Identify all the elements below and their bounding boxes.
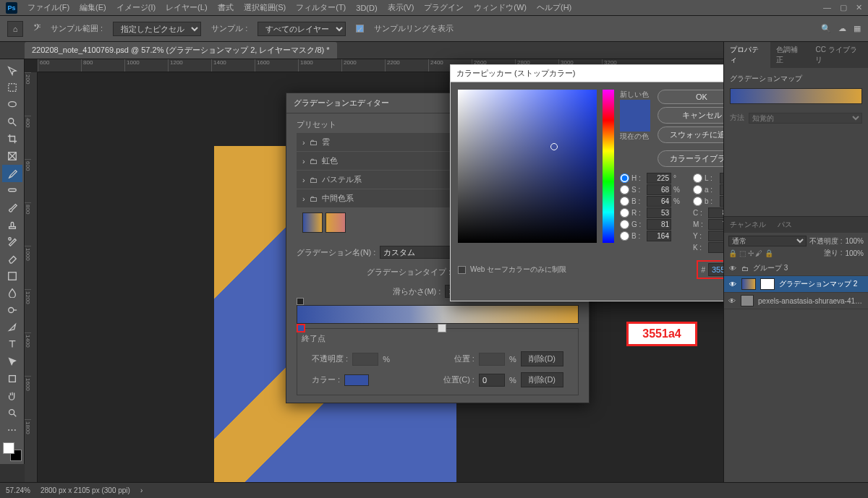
hue-slider[interactable] xyxy=(603,90,614,243)
gradient-bar[interactable] xyxy=(297,305,579,324)
s-radio[interactable] xyxy=(620,185,629,194)
l-radio[interactable] xyxy=(693,173,702,183)
move-tool[interactable] xyxy=(2,62,22,80)
tab-paths[interactable]: パス xyxy=(772,217,798,233)
layer-row[interactable]: 👁 pexels-anastasia-shuraeva-4100769 xyxy=(724,293,868,309)
lock-icons[interactable]: 🔒 ⬚ ✢ 🖌 🔒 xyxy=(728,249,773,257)
frame-tool[interactable] xyxy=(2,147,22,165)
cloud-icon[interactable]: ☁ xyxy=(838,24,846,33)
home-button[interactable]: ⌂ xyxy=(7,21,23,37)
gradient-map-preview[interactable] xyxy=(730,88,862,104)
opacity-stop[interactable] xyxy=(297,298,304,305)
delete-color-stop-button[interactable]: 削除(D) xyxy=(521,372,563,387)
crop-tool[interactable] xyxy=(2,131,22,148)
websafe-checkbox[interactable] xyxy=(458,266,466,274)
layer-row[interactable]: 👁 グラデーションマップ 2 xyxy=(724,276,868,293)
eyedropper-tool[interactable] xyxy=(2,165,22,182)
color-stop-selected[interactable] xyxy=(297,324,305,332)
marquee-tool[interactable] xyxy=(2,80,22,97)
menu-help[interactable]: ヘルプ(H) xyxy=(537,2,571,13)
chevron-right-icon[interactable]: › xyxy=(140,486,142,494)
menu-plugin[interactable]: プラグイン xyxy=(424,2,464,13)
brgb-radio[interactable] xyxy=(620,231,629,241)
tab-channels[interactable]: チャンネル xyxy=(724,217,772,233)
hand-tool[interactable] xyxy=(2,387,22,404)
layer-name[interactable]: pexels-anastasia-shuraeva-4100769 xyxy=(758,297,864,305)
current-color-swatch[interactable] xyxy=(620,116,650,132)
h-input[interactable] xyxy=(647,173,671,184)
close-icon[interactable]: ✕ xyxy=(856,3,862,12)
b-rgb-input[interactable] xyxy=(647,231,671,241)
history-brush-tool[interactable] xyxy=(2,233,22,251)
brush-tool[interactable] xyxy=(2,199,22,216)
color-stop[interactable] xyxy=(438,324,446,332)
preset-thumb[interactable] xyxy=(302,212,323,233)
s-input[interactable] xyxy=(647,184,671,195)
layer-name[interactable]: グラデーションマップ 2 xyxy=(779,279,857,289)
type-tool[interactable] xyxy=(2,336,22,353)
blab-radio[interactable] xyxy=(693,197,702,206)
fg-bg-swatches[interactable] xyxy=(3,442,22,461)
preset-thumb[interactable] xyxy=(326,212,346,233)
quick-select-tool[interactable] xyxy=(2,113,22,131)
dodge-tool[interactable] xyxy=(2,301,22,319)
pen-tool[interactable] xyxy=(2,319,22,336)
menu-view[interactable]: 表示(V) xyxy=(388,2,414,13)
search-icon[interactable]: 🔍 xyxy=(821,24,831,33)
visibility-icon[interactable]: 👁 xyxy=(728,280,737,288)
menu-window[interactable]: ウィンドウ(W) xyxy=(474,2,527,13)
menu-layer[interactable]: レイヤー(L) xyxy=(166,2,207,13)
minimize-icon[interactable]: — xyxy=(823,3,831,12)
path-select-tool[interactable] xyxy=(2,353,22,370)
visibility-icon[interactable]: 👁 xyxy=(728,297,736,305)
menu-image[interactable]: イメージ(I) xyxy=(116,2,156,13)
menu-edit[interactable]: 編集(E) xyxy=(80,2,106,13)
document-tab[interactable]: 220208_note_4100769.psd @ 57.2% (グラデーション… xyxy=(25,42,337,59)
r-radio[interactable] xyxy=(620,208,629,218)
mask-thumb[interactable] xyxy=(760,278,775,290)
g-input[interactable] xyxy=(647,219,671,230)
shape-tool[interactable] xyxy=(2,370,22,387)
gradient-strip[interactable] xyxy=(297,305,579,324)
eyedropper-icon[interactable]: 𝄢 xyxy=(33,22,41,35)
workspace-icon[interactable]: ▦ xyxy=(854,24,861,33)
sample-layers-select[interactable]: すべてのレイヤー xyxy=(258,22,346,36)
menu-file[interactable]: ファイル(F) xyxy=(27,2,69,13)
layer-row[interactable]: 👁 🗀 グループ 3 xyxy=(724,261,868,276)
b-radio[interactable] xyxy=(620,197,629,206)
menu-3d[interactable]: 3D(D) xyxy=(356,4,377,12)
saturation-field[interactable] xyxy=(458,90,597,243)
menu-filter[interactable]: フィルター(T) xyxy=(296,2,346,13)
show-ring-checkbox[interactable]: ✓ xyxy=(356,25,364,33)
zoom-level[interactable]: 57.24% xyxy=(6,486,30,494)
menu-type[interactable]: 書式 xyxy=(218,2,234,13)
tab-properties[interactable]: プロパティ xyxy=(724,42,770,68)
fg-color-swatch[interactable] xyxy=(3,442,14,454)
blend-mode-select[interactable]: 通常 xyxy=(728,236,807,246)
tab-adjustments[interactable]: 色調補正 xyxy=(770,42,809,68)
a-radio[interactable] xyxy=(693,185,702,194)
method-select[interactable]: 知覚的 xyxy=(749,113,862,124)
menu-select[interactable]: 選択範囲(S) xyxy=(244,2,286,13)
sample-scope-select[interactable]: 指定したピクセル xyxy=(113,22,201,36)
zoom-tool[interactable] xyxy=(2,404,22,421)
gradient-tool[interactable] xyxy=(2,267,22,285)
b-hsb-input[interactable] xyxy=(647,196,671,207)
visibility-icon[interactable]: 👁 xyxy=(728,265,737,272)
tab-cc-libraries[interactable]: CC ライブラリ xyxy=(809,42,868,68)
positionc-input[interactable] xyxy=(479,374,505,387)
maximize-icon[interactable]: ▢ xyxy=(840,3,847,12)
lasso-tool[interactable] xyxy=(2,96,22,113)
saturation-cursor[interactable] xyxy=(550,143,558,150)
healing-tool[interactable] xyxy=(2,182,22,199)
r-input[interactable] xyxy=(647,207,671,218)
edit-toolbar[interactable]: ⋯ xyxy=(2,421,22,439)
delete-opacity-stop-button[interactable]: 削除(D) xyxy=(521,351,563,366)
h-radio[interactable] xyxy=(620,173,629,183)
eraser-tool[interactable] xyxy=(2,250,22,267)
blur-tool[interactable] xyxy=(2,285,22,302)
g-radio[interactable] xyxy=(620,220,629,229)
layer-name[interactable]: グループ 3 xyxy=(753,263,788,273)
stamp-tool[interactable] xyxy=(2,216,22,233)
color-stop-swatch[interactable] xyxy=(344,374,369,386)
